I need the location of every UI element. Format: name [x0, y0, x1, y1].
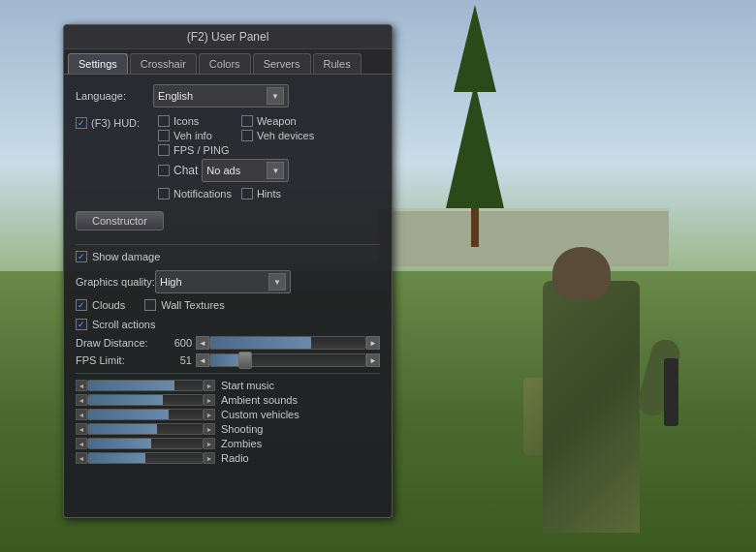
tab-colors[interactable]: Colors — [199, 53, 251, 74]
main-panel: (F2) User Panel Settings Crosshair Color… — [63, 24, 393, 518]
graphics-dropdown-arrow[interactable]: ▼ — [268, 273, 286, 291]
sound-decrease-2[interactable]: ◄ — [76, 409, 87, 420]
constructor-button[interactable]: Constructor — [76, 211, 164, 230]
sound-track-4[interactable] — [87, 438, 204, 449]
language-select[interactable]: English ▼ — [153, 84, 289, 107]
draw-distance-value: 600 — [163, 337, 192, 349]
wall-textures-row: Wall Textures — [144, 299, 224, 311]
sound-label-0: Start music — [215, 380, 312, 391]
hud-checkbox[interactable] — [76, 117, 87, 129]
draw-distance-increase[interactable]: ► — [366, 336, 380, 350]
language-row: Language: English ▼ — [76, 84, 380, 107]
clouds-label: Clouds — [92, 299, 125, 311]
veh-devices-checkbox[interactable] — [241, 130, 253, 141]
sound-decrease-5[interactable]: ◄ — [76, 452, 87, 464]
clouds-checkbox[interactable] — [76, 299, 87, 311]
veh-info-label: Veh info — [173, 130, 212, 141]
chat-select[interactable]: No ads ▼ — [202, 159, 289, 182]
fps-limit-row: FPS Limit: 51 ◄ ► — [76, 353, 380, 367]
hints-checkbox[interactable] — [241, 188, 253, 199]
scroll-actions-checkbox[interactable] — [76, 319, 87, 330]
cb-notifications: Notifications — [158, 188, 232, 199]
sound-increase-4[interactable]: ► — [204, 438, 215, 449]
constructor-section: Constructor — [76, 207, 380, 238]
hud-checkboxes: Icons Weapon Veh info Veh devices FPS / … — [158, 115, 315, 199]
sound-row-5: ◄ ► Radio — [76, 452, 380, 464]
icons-checkbox[interactable] — [158, 115, 170, 127]
sound-increase-1[interactable]: ► — [204, 394, 215, 406]
fps-limit-thumb[interactable] — [238, 352, 252, 369]
cb-veh-devices: Veh devices — [241, 130, 315, 141]
fps-limit-decrease[interactable]: ◄ — [196, 353, 209, 367]
clouds-row: Clouds — [76, 299, 125, 311]
graphics-row: Graphics quality: High ▼ — [76, 270, 380, 293]
fps-limit-track[interactable] — [209, 353, 366, 367]
hints-label: Hints — [257, 188, 281, 199]
draw-distance-fill — [210, 337, 311, 349]
wall-textures-checkbox[interactable] — [144, 299, 156, 311]
draw-distance-track[interactable] — [209, 336, 366, 350]
weapon-checkbox[interactable] — [241, 115, 253, 127]
draw-distance-decrease[interactable]: ◄ — [196, 336, 209, 350]
show-damage-checkbox[interactable] — [76, 251, 87, 262]
icons-label: Icons — [173, 115, 199, 127]
sound-decrease-4[interactable]: ◄ — [76, 438, 87, 449]
fps-limit-increase[interactable]: ► — [366, 353, 380, 367]
sound-row-4: ◄ ► Zombies — [76, 438, 380, 449]
tab-crosshair[interactable]: Crosshair — [130, 53, 197, 74]
sound-track-1[interactable] — [87, 394, 204, 406]
sound-decrease-1[interactable]: ◄ — [76, 394, 87, 406]
hud-label: (F3) HUD: — [91, 117, 140, 129]
soldier — [523, 223, 678, 533]
sound-decrease-0[interactable]: ◄ — [76, 380, 87, 391]
sound-track-3[interactable] — [87, 423, 204, 435]
chat-dropdown-arrow[interactable]: ▼ — [267, 162, 284, 179]
sound-increase-5[interactable]: ► — [204, 452, 215, 464]
sound-row-0: ◄ ► Start music — [76, 380, 380, 391]
panel-title: (F2) User Panel — [64, 25, 392, 49]
sound-increase-2[interactable]: ► — [204, 409, 215, 420]
wall-textures-label: Wall Textures — [161, 299, 224, 311]
tab-rules[interactable]: Rules — [313, 53, 362, 74]
graphics-label: Graphics quality: — [76, 276, 155, 288]
chat-label: Chat — [173, 164, 198, 177]
cb-veh-info: Veh info — [158, 130, 232, 141]
chat-option: No ads — [206, 165, 240, 176]
graphics-select[interactable]: High ▼ — [155, 270, 291, 293]
sound-increase-3[interactable]: ► — [204, 423, 215, 435]
sound-track-2[interactable] — [87, 409, 204, 420]
divider-1 — [76, 244, 380, 245]
chat-checkbox[interactable] — [158, 165, 170, 176]
veh-info-checkbox[interactable] — [158, 130, 170, 141]
sound-decrease-3[interactable]: ◄ — [76, 423, 87, 435]
cb-fps-ping: FPS / PING — [158, 144, 315, 156]
sound-fill-2 — [88, 410, 169, 419]
graphics-value: High — [160, 276, 182, 288]
sound-row-1: ◄ ► Ambient sounds — [76, 394, 380, 406]
tree — [446, 77, 504, 247]
veh-devices-label: Veh devices — [257, 130, 314, 141]
sound-fill-1 — [88, 395, 163, 405]
clouds-wall-row: Clouds Wall Textures — [76, 299, 380, 315]
notifications-checkbox[interactable] — [158, 188, 170, 199]
tab-servers[interactable]: Servers — [253, 53, 311, 74]
fps-limit-fill — [210, 354, 241, 366]
language-value: English — [158, 90, 193, 102]
fps-ping-checkbox[interactable] — [158, 144, 170, 156]
sound-increase-0[interactable]: ► — [204, 380, 215, 391]
cb-hints: Hints — [241, 188, 315, 199]
hud-section: (F3) HUD: Icons Weapon Veh info Veh dev — [76, 115, 380, 199]
sound-fill-4 — [88, 439, 151, 448]
sound-track-0[interactable] — [87, 380, 204, 391]
panel-content: Language: English ▼ (F3) HUD: Icons Weap… — [64, 75, 392, 476]
notifications-label: Notifications — [173, 188, 232, 199]
sound-label-3: Shooting — [215, 423, 312, 435]
tab-settings[interactable]: Settings — [68, 53, 128, 74]
sound-row-3: ◄ ► Shooting — [76, 423, 380, 435]
scroll-actions-label: Scroll actions — [92, 319, 155, 330]
sound-track-5[interactable] — [87, 452, 204, 464]
sound-label-1: Ambient sounds — [215, 394, 312, 406]
sound-fill-5 — [88, 453, 145, 463]
fps-limit-value: 51 — [163, 354, 192, 366]
language-dropdown-arrow[interactable]: ▼ — [267, 87, 284, 105]
